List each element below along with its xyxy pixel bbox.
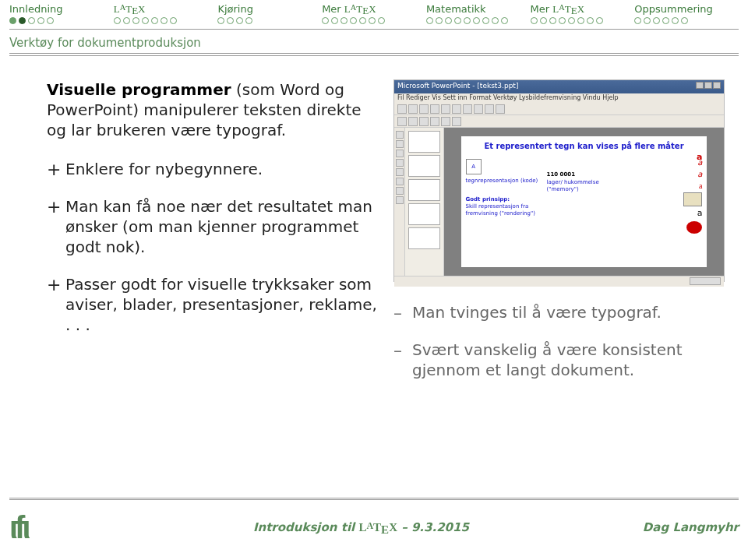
progress-dot[interactable] xyxy=(114,17,121,24)
progress-dot[interactable] xyxy=(340,17,348,24)
progress-dot[interactable] xyxy=(596,17,603,24)
fig-text: Skill representasjon fra fremvisning ("r… xyxy=(466,203,541,217)
progress-mer-latex-1 xyxy=(322,17,426,24)
content-area: Visuelle programmer (som Word og PowerPo… xyxy=(0,64,748,397)
progress-dot[interactable] xyxy=(464,17,471,24)
progress-dot[interactable] xyxy=(492,17,499,24)
progress-dot[interactable] xyxy=(132,17,139,24)
fig-a-glyph: a xyxy=(697,152,702,163)
logo-text: ιfι xyxy=(9,510,28,545)
progress-dot[interactable] xyxy=(587,17,594,24)
splash-icon xyxy=(686,221,702,234)
fig-slide-panel xyxy=(405,128,444,276)
progress-matematikk xyxy=(426,17,531,24)
progress-dot[interactable] xyxy=(473,17,480,24)
progress-dot[interactable] xyxy=(540,17,547,24)
progress-dot[interactable] xyxy=(568,17,575,24)
minimize-icon xyxy=(696,82,704,89)
progress-dot[interactable] xyxy=(531,17,538,24)
toolbar-icon xyxy=(408,117,418,126)
nav-item-latex[interactable]: LATEX xyxy=(114,3,218,16)
monitor-icon xyxy=(683,192,702,206)
right-column: Microsoft PowerPoint - [tekst3.ppt] Fil … xyxy=(393,79,725,397)
toolbar-icon xyxy=(430,104,439,114)
progress-dot[interactable] xyxy=(350,17,357,24)
progress-dot[interactable] xyxy=(454,17,461,24)
toolbar-icon xyxy=(419,104,429,114)
progress-dot[interactable] xyxy=(653,17,660,24)
toolbar-icon xyxy=(419,117,429,126)
nav-item-innledning[interactable]: Innledning xyxy=(9,3,114,16)
fig-main: Et representert tegn kan vises på flere … xyxy=(394,128,724,276)
progress-dot[interactable] xyxy=(662,17,669,24)
progress-dot[interactable] xyxy=(501,17,508,24)
progress-dot[interactable] xyxy=(482,17,489,24)
fig-slide-title: Et representert tegn kan vises på flere … xyxy=(466,141,703,151)
tool-icon xyxy=(396,131,404,139)
progress-latex xyxy=(114,17,218,24)
progress-dot[interactable] xyxy=(151,17,158,24)
toolbar-icon xyxy=(485,104,494,114)
progress-dot[interactable] xyxy=(672,17,679,24)
fig-statusbar xyxy=(394,276,724,287)
toolbar-icon xyxy=(430,117,439,126)
progress-dot[interactable] xyxy=(549,17,556,24)
progress-dot[interactable] xyxy=(681,17,688,24)
toolbar-icon xyxy=(441,104,450,114)
progress-dot[interactable] xyxy=(217,17,224,24)
progress-dot[interactable] xyxy=(142,17,149,24)
progress-dot[interactable] xyxy=(47,17,54,24)
slide-thumbnail xyxy=(408,203,440,225)
progress-dot[interactable] xyxy=(123,17,130,24)
progress-dot[interactable] xyxy=(378,17,385,24)
progress-dot[interactable] xyxy=(236,17,243,24)
progress-oppsummering xyxy=(634,17,739,24)
char-box-icon: A xyxy=(466,159,482,174)
progress-dot[interactable] xyxy=(245,17,252,24)
slide-thumbnail xyxy=(408,179,440,201)
tool-icon xyxy=(396,150,404,157)
progress-dot[interactable] xyxy=(644,17,651,24)
progress-dot[interactable] xyxy=(577,17,584,24)
toolbar-icon xyxy=(496,104,505,114)
progress-dot[interactable] xyxy=(634,17,641,24)
toolbar-icon xyxy=(441,117,450,126)
nav-item-mer-latex-1[interactable]: Mer LATEX xyxy=(322,3,426,16)
nav-item-oppsummering[interactable]: Oppsummering xyxy=(634,3,739,16)
footer-author: Dag Langmyhr xyxy=(643,520,739,534)
slide-thumbnail xyxy=(408,227,440,249)
progress-dot[interactable] xyxy=(161,17,168,24)
fig-slide: Et representert tegn kan vises på flere … xyxy=(461,136,707,266)
close-icon xyxy=(713,82,721,89)
progress-dot[interactable] xyxy=(436,17,443,24)
nav-tabs: Innledning LATEX Kjøring Mer LATEX Matem… xyxy=(0,0,748,17)
footer: ιfι Introduksjon til LATEX – 9.3.2015 Da… xyxy=(0,498,748,560)
section-title: Verktøy for dokumentproduksjon xyxy=(0,31,748,53)
progress-dot[interactable] xyxy=(227,17,234,24)
nav-item-mer-latex-2[interactable]: Mer LATEX xyxy=(531,3,635,16)
progress-dot[interactable] xyxy=(322,17,329,24)
nav-item-matematikk[interactable]: Matematikk xyxy=(426,3,531,16)
progress-dot[interactable] xyxy=(369,17,376,24)
progress-dot[interactable] xyxy=(170,17,177,24)
tool-icon xyxy=(396,178,404,185)
toolbar-icon xyxy=(452,104,461,114)
fig-window-titlebar: Microsoft PowerPoint - [tekst3.ppt] xyxy=(394,80,724,93)
progress-dot[interactable] xyxy=(359,17,366,24)
progress-dot[interactable] xyxy=(426,17,433,24)
fig-slide-area: Et representert tegn kan vises på flere … xyxy=(444,128,724,276)
tool-icon xyxy=(396,187,404,195)
nav-item-kjoring[interactable]: Kjøring xyxy=(217,3,322,16)
progress-dot[interactable] xyxy=(37,17,44,24)
progress-dot[interactable] xyxy=(445,17,452,24)
fig-a-variant: a xyxy=(627,169,702,179)
progress-dot[interactable] xyxy=(331,17,338,24)
progress-dot[interactable] xyxy=(559,17,566,24)
list-item: Svært vanskelig å være konsistent gjenno… xyxy=(393,340,725,380)
list-item: Passer godt for visuelle trykksaker som … xyxy=(47,274,378,335)
progress-dot[interactable] xyxy=(9,17,16,24)
progress-dot[interactable] xyxy=(28,17,35,24)
fig-left-toolbar xyxy=(394,128,405,276)
progress-dot-current[interactable] xyxy=(19,17,26,24)
progress-innledning xyxy=(9,17,114,24)
